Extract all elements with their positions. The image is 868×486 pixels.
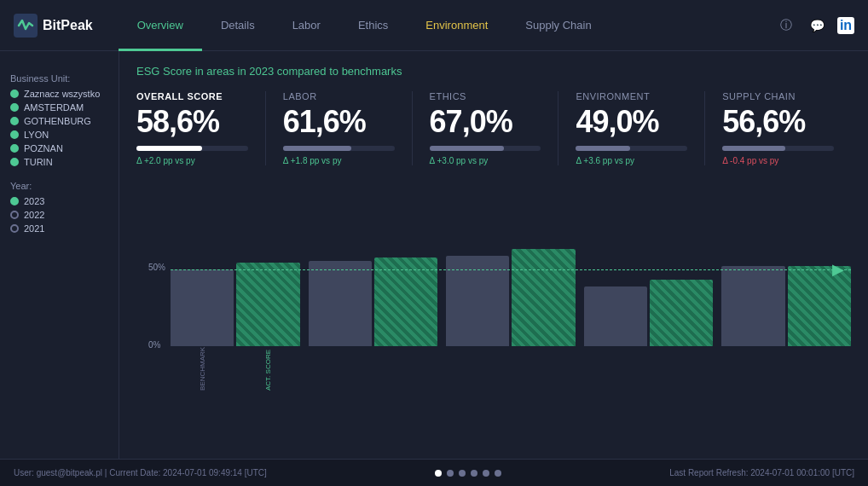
bar-score-overall: ACT. SCORE <box>236 263 299 345</box>
chart-group-ethics <box>446 176 576 346</box>
progress-fill-overall <box>136 146 202 151</box>
score-label-environment: Environment <box>576 91 687 101</box>
chart-0-label: 0% <box>148 340 160 350</box>
logo: BitPeak <box>14 14 93 38</box>
radio-poznan <box>10 144 19 153</box>
sidebar-unit-all[interactable]: Zaznacz wszystko <box>10 89 108 99</box>
chart-50-line <box>171 269 851 270</box>
chat-icon[interactable]: 💬 <box>807 15 827 36</box>
chart-50-label: 50% <box>148 263 165 272</box>
footer-user-info: User: guest@bitpeak.pl | Current Date: 2… <box>14 468 267 477</box>
header: BitPeak Overview Details Labor Ethics En… <box>0 0 868 51</box>
radio-turin <box>10 158 19 166</box>
chart-group-overall: BENCHMARK ACT. SCORE <box>171 176 300 346</box>
score-value-environment: 49,0% <box>576 105 687 139</box>
delta-environment: Δ +3.6 pp vs py <box>576 156 687 165</box>
sidebar-unit-amsterdam[interactable]: AMSTERDAM <box>10 102 108 113</box>
bar-benchmark-labor <box>309 261 372 346</box>
pagination-dot-0[interactable] <box>435 470 442 477</box>
nav: Overview Details Labor Ethics Environmen… <box>119 0 776 51</box>
sidebar-year-2022[interactable]: 2022 <box>10 210 108 220</box>
nav-overview[interactable]: Overview <box>119 0 202 51</box>
sidebar-year-2021[interactable]: 2021 <box>10 223 108 234</box>
header-icons: ⓘ 💬 in <box>776 15 854 36</box>
delta-labor: Δ +1.8 pp vs py <box>283 156 395 165</box>
info-icon[interactable]: ⓘ <box>776 15 796 36</box>
chart-outer: 50% 0% BENCHMARK ACT. SCORE <box>136 176 851 363</box>
score-label-labor: Labor <box>283 91 395 101</box>
content: ESG Score in areas in 2023 compared to b… <box>119 51 868 486</box>
chart-area: 50% 0% BENCHMARK ACT. SCORE <box>136 176 851 363</box>
footer: User: guest@bitpeak.pl | Current Date: 2… <box>0 459 868 486</box>
bar-benchmark-supply-chain <box>721 266 784 346</box>
score-label-supply-chain: Supply Chain <box>722 91 834 101</box>
progress-fill-supply-chain <box>722 146 785 151</box>
nav-labor[interactable]: Labor <box>274 0 339 51</box>
score-label-overall: OVERALL SCORE <box>136 91 248 101</box>
sidebar-unit-poznan[interactable]: POZNAN <box>10 143 108 153</box>
progress-fill-environment <box>576 146 630 151</box>
sidebar-year-2023[interactable]: 2023 <box>10 196 108 206</box>
pagination-dot-5[interactable] <box>495 470 501 477</box>
bar-score-labor <box>374 257 437 345</box>
nav-environment[interactable]: Environment <box>407 0 506 51</box>
radio-lyon <box>10 130 19 139</box>
delta-ethics: Δ +3.0 pp vs py <box>430 156 541 165</box>
nav-ethics[interactable]: Ethics <box>339 0 407 51</box>
year-label: Year: <box>10 181 108 191</box>
bar-score-ethics <box>512 249 575 346</box>
score-card-overall: OVERALL SCORE 58,6% Δ +2.0 pp vs py <box>136 91 266 165</box>
progress-bar-overall <box>136 146 248 151</box>
main: Business Unit: Zaznacz wszystko AMSTERDA… <box>0 51 868 486</box>
score-value-labor: 61,6% <box>283 105 395 139</box>
sidebar-unit-turin[interactable]: TURIN <box>10 157 108 167</box>
logo-label: BitPeak <box>43 18 93 33</box>
chart-group-labor <box>309 176 438 346</box>
bar-benchmark-overall: BENCHMARK <box>171 269 234 346</box>
radio-2023 <box>10 197 19 205</box>
score-cards: OVERALL SCORE 58,6% Δ +2.0 pp vs py Labo… <box>136 91 851 165</box>
bar-label-score-overall: ACT. SCORE <box>264 348 272 391</box>
pagination-dot-1[interactable] <box>447 470 454 477</box>
radio-all <box>10 90 19 98</box>
score-label-ethics: Ethics <box>430 91 541 101</box>
linkedin-icon[interactable]: in <box>837 17 854 34</box>
progress-bar-ethics <box>430 146 541 151</box>
pagination-dot-4[interactable] <box>483 470 489 477</box>
score-card-ethics: Ethics 67,0% Δ +3.0 pp vs py <box>430 91 559 165</box>
pagination-dots <box>435 470 501 477</box>
radio-2021 <box>10 224 19 233</box>
sidebar-unit-gothenburg[interactable]: GOTHENBURG <box>10 116 108 126</box>
score-card-supply-chain: Supply Chain 56,6% Δ -0.4 pp vs py <box>722 91 851 165</box>
sidebar: Business Unit: Zaznacz wszystko AMSTERDA… <box>0 51 119 486</box>
progress-bar-environment <box>576 146 687 151</box>
nav-supply-chain[interactable]: Supply Chain <box>506 0 610 51</box>
nav-details[interactable]: Details <box>202 0 274 51</box>
radio-2022 <box>10 211 19 219</box>
score-card-environment: Environment 49,0% Δ +3.6 pp vs py <box>576 91 705 165</box>
chart-group-environment <box>584 176 714 346</box>
content-title: ESG Score in areas in 2023 compared to b… <box>136 65 851 78</box>
svg-rect-0 <box>14 14 38 38</box>
progress-fill-labor <box>283 146 352 151</box>
logo-icon <box>14 14 38 38</box>
delta-supply-chain: Δ -0.4 pp vs py <box>722 156 834 165</box>
bar-label-benchmark-overall: BENCHMARK <box>199 348 206 391</box>
progress-fill-ethics <box>430 146 505 151</box>
business-unit-label: Business Unit: <box>10 73 108 84</box>
radio-amsterdam <box>10 103 19 112</box>
pagination-dot-3[interactable] <box>471 470 477 477</box>
progress-bar-labor <box>283 146 395 151</box>
score-value-supply-chain: 56,6% <box>722 105 834 139</box>
sidebar-unit-lyon[interactable]: LYON <box>10 130 108 140</box>
pagination-dot-2[interactable] <box>459 470 466 477</box>
delta-overall: Δ +2.0 pp vs py <box>136 156 248 165</box>
score-card-labor: Labor 61,6% Δ +1.8 pp vs py <box>283 91 413 165</box>
bar-benchmark-environment <box>584 286 647 346</box>
radio-gothenburg <box>10 117 19 125</box>
score-value-overall: 58,6% <box>136 105 248 139</box>
progress-bar-supply-chain <box>722 146 834 151</box>
bar-score-environment <box>650 280 713 346</box>
score-value-ethics: 67,0% <box>430 105 541 139</box>
footer-refresh-info: Last Report Refresh: 2024-07-01 00:01:00… <box>669 468 854 477</box>
